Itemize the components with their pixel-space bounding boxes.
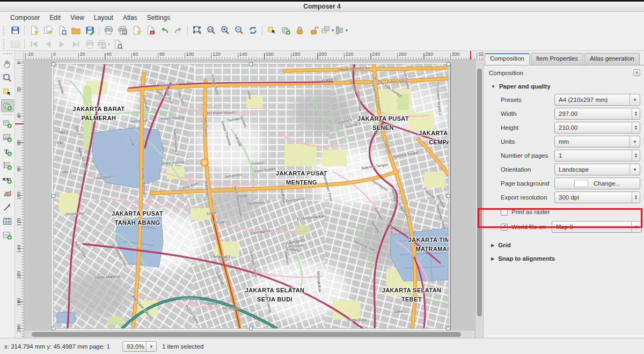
tab-composition[interactable]: Composition [485, 53, 530, 65]
selection-handle-s[interactable] [249, 327, 253, 330]
section-grid[interactable]: ▶ Grid [484, 238, 644, 252]
redo-button[interactable] [171, 24, 185, 37]
refresh-view-button[interactable] [246, 24, 260, 37]
presets-row: Presets A4 (210x297 mm) ▼ [484, 93, 644, 107]
menu-view[interactable]: View [65, 13, 89, 23]
selection-handle-ne[interactable] [447, 62, 450, 66]
section-snap-to-alignments[interactable]: ▶ Snap to alignments [484, 252, 644, 265]
move-item-content-button[interactable] [279, 24, 292, 37]
export-atlas-button[interactable]: ▼ [97, 38, 111, 50]
align-selected-items-button[interactable]: ▼ [334, 24, 348, 37]
world-file-map-combo[interactable]: Map 0 ▼ [552, 221, 642, 233]
save-as-template-button[interactable] [83, 24, 97, 37]
orientation-combo[interactable]: Landscape ▼ [554, 164, 640, 175]
add-image-icon [2, 132, 12, 143]
spin-arrows-icon[interactable]: ▲▼ [632, 192, 640, 203]
tab-item-properties[interactable]: Item Properties [531, 53, 583, 65]
menu-settings[interactable]: Settings [142, 13, 175, 23]
zoom-full-button[interactable] [190, 24, 204, 37]
select-move-item-tool-button[interactable] [1, 85, 14, 98]
horizontal-scrollbar-thumb[interactable] [32, 332, 461, 337]
next-feature-button[interactable] [55, 38, 69, 50]
selection-handle-n[interactable] [249, 62, 253, 66]
presets-combo[interactable]: A4 (210x297 mm) ▼ [554, 94, 640, 106]
add-html-frame-button[interactable]: </> [1, 228, 14, 241]
selection-handle-se[interactable] [447, 327, 450, 330]
last-feature-button[interactable] [69, 38, 83, 50]
add-image-button[interactable] [1, 131, 14, 144]
selection-handle-w[interactable] [52, 194, 55, 198]
save-project-button[interactable] [8, 24, 22, 37]
zoom-composition-button[interactable] [1, 71, 14, 84]
unlock-all-items-button[interactable] [306, 24, 320, 37]
print-as-raster-checkbox[interactable] [501, 209, 508, 216]
paper-page[interactable]: JAKARTA BARATPALMERAHJAKARTA PUSATSENENJ… [52, 63, 450, 330]
menu-edit[interactable]: Edit [45, 13, 65, 23]
selection-handle-nw[interactable] [52, 62, 55, 66]
vertical-scrollbar[interactable] [475, 60, 483, 338]
tab-atlas-generation[interactable]: Atlas generation [584, 53, 640, 65]
ruler-tick-label: 180 [292, 51, 301, 57]
new-composition-button[interactable] [27, 24, 41, 37]
selection-handle-sw[interactable] [52, 327, 55, 330]
panel-close-button[interactable]: ✕ [633, 69, 640, 76]
ruler-tick-label: 220 [346, 51, 354, 57]
export-as-pdf-button[interactable]: A [143, 24, 157, 37]
horizontal-scrollbar[interactable] [24, 330, 474, 338]
select-move-item-button[interactable] [265, 24, 279, 37]
combo-arrow-icon: ▼ [146, 342, 156, 351]
add-new-legend-button[interactable] [1, 159, 14, 172]
add-new-map-button[interactable] [1, 117, 14, 130]
preview-atlas-button[interactable] [8, 38, 22, 50]
menu-layout[interactable]: Layout [89, 13, 118, 23]
zoom-level-combo[interactable]: 93.0% ▼ [122, 341, 157, 352]
previous-feature-button[interactable] [41, 38, 55, 50]
export-resolution-spinbox[interactable]: 300 dpi ▲▼ [554, 191, 640, 203]
width-spinbox[interactable]: 297.00 ▲▼ [554, 108, 640, 120]
add-basic-shape-button[interactable]: ▾ [1, 187, 14, 200]
dropdown-arrow-icon[interactable]: ▼ [345, 28, 349, 32]
units-combo[interactable]: mm ▼ [554, 136, 640, 148]
composition-canvas[interactable]: JAKARTA BARATPALMERAHJAKARTA PUSATSENENJ… [24, 60, 483, 338]
undo-button[interactable] [157, 24, 171, 37]
print-atlas-button[interactable] [83, 38, 97, 50]
spin-arrows-icon[interactable]: ▲▼ [632, 150, 640, 161]
export-as-svg-button[interactable] [129, 24, 143, 37]
titlebar[interactable]: Composer 4 [0, 2, 644, 12]
zoom-actual-button[interactable]: 1:1 [204, 24, 218, 37]
add-new-label-button[interactable]: T [1, 145, 14, 158]
spin-arrows-icon[interactable]: ▲▼ [632, 122, 640, 133]
lock-selected-items-button[interactable] [292, 24, 306, 37]
zoom-out-button[interactable] [232, 24, 246, 37]
zoom-in-button[interactable] [218, 24, 232, 37]
move-item-content-tool-button[interactable] [1, 99, 14, 112]
world-file-checkbox[interactable] [501, 224, 508, 231]
load-from-template-button[interactable] [69, 24, 83, 37]
first-feature-button[interactable] [27, 38, 41, 50]
ruler-tick-label: 260 [399, 51, 407, 57]
menu-composer[interactable]: Composer [5, 13, 45, 23]
atlas-settings-button[interactable] [111, 38, 125, 50]
page-background-button[interactable]: Change... [554, 178, 640, 189]
street-label: KH Royani [222, 306, 239, 310]
pan-composition-button[interactable] [1, 57, 14, 70]
pages-spinbox[interactable]: 1 ▲▼ [554, 150, 640, 161]
add-arrow-button[interactable] [1, 201, 14, 213]
section-paper-and-quality[interactable]: ▼ Paper and quality [484, 79, 644, 93]
add-attribute-table-button[interactable] [1, 215, 14, 227]
vertical-scrollbar-thumb[interactable] [477, 69, 482, 316]
height-spinbox[interactable]: 210.00 ▲▼ [554, 122, 640, 134]
cursor-marker-y [15, 123, 24, 124]
duplicate-composition-button[interactable] [41, 24, 55, 37]
menu-atlas[interactable]: Atlas [118, 13, 142, 23]
print-button[interactable] [101, 24, 115, 37]
spin-arrows-icon[interactable]: ▲▼ [632, 108, 640, 119]
map-item[interactable]: JAKARTA BARATPALMERAHJAKARTA PUSATSENENJ… [54, 64, 448, 328]
ruler-vertical: 020406080100120140160180200 [15, 60, 24, 338]
export-as-image-button[interactable] [115, 24, 129, 37]
add-new-scalebar-button[interactable] [1, 173, 14, 186]
selection-handle-e[interactable] [447, 194, 450, 198]
zoom-actual-icon: 1:1 [206, 25, 216, 35]
composer-manager-button[interactable] [55, 24, 69, 37]
raise-selected-items-button[interactable]: ▼ [320, 24, 334, 37]
